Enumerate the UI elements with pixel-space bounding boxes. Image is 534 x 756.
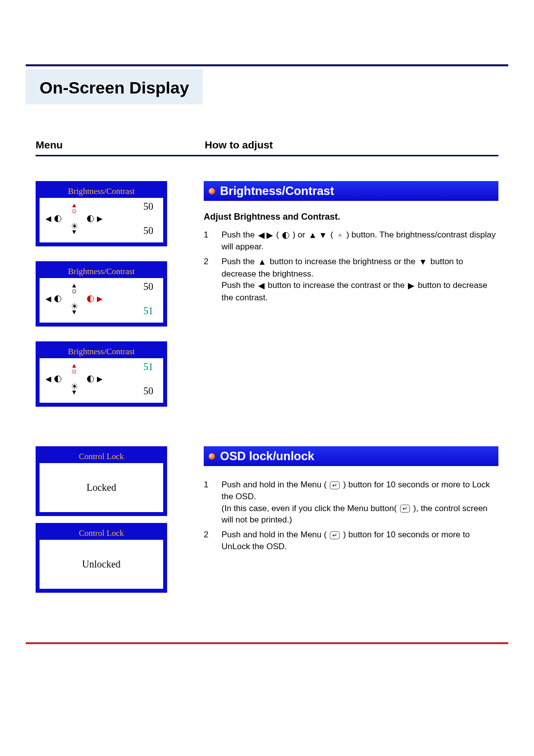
triangle-right-icon: ▶	[267, 230, 273, 241]
osd-panel-title: Brightness/Contrast	[40, 185, 163, 198]
step-num: 2	[204, 256, 213, 303]
col-menu-label: Menu	[36, 139, 204, 151]
top-rule	[26, 64, 508, 66]
lock-steps: 1 Push and hold in the Menu ( ↵ ) button…	[204, 479, 498, 553]
triangle-left-icon: ◀	[45, 376, 51, 383]
sun-icon: ☼	[70, 288, 78, 294]
triangle-left-icon: ◀	[258, 280, 265, 292]
title-block: On-Screen Display	[26, 69, 508, 104]
osd-value-top: 51	[143, 361, 153, 373]
lock-panel-title: Control Lock	[40, 450, 163, 463]
osd-value-top: 50	[143, 281, 153, 292]
step-text: Push the ▲ button to increase the bright…	[222, 256, 498, 303]
osd-panel-title: Brightness/Contrast	[40, 345, 163, 358]
osd-value-bottom: 50	[143, 385, 153, 397]
lock-panel-title: Control Lock	[40, 527, 163, 540]
lock-panel-state: Locked	[40, 463, 163, 512]
bottom-rule	[26, 642, 508, 644]
lock-panel: Control Lock Locked	[36, 446, 167, 516]
contrast-icon	[87, 376, 94, 382]
bullet-icon	[209, 188, 215, 194]
osd-value-top: 50	[143, 201, 153, 212]
section-heading-text: OSD lock/unlock	[220, 449, 314, 463]
step-text: Push the ◀▶ ( ) or ▲▼ ( ☀ ) button. The …	[222, 229, 498, 253]
lock-panel: Control Lock Unlocked	[36, 523, 167, 593]
contrast-icon	[54, 376, 61, 382]
osd-value-bottom: 51	[143, 305, 153, 317]
osd-panel-title: Brightness/Contrast	[40, 265, 163, 278]
triangle-up-icon: ▲	[309, 230, 317, 241]
step-text: Push and hold in the Menu ( ↵ ) button f…	[222, 529, 498, 553]
triangle-right-icon: ▶	[408, 280, 414, 292]
bullet-icon	[209, 453, 215, 460]
section-heading-osd-lock: OSD lock/unlock	[204, 446, 498, 466]
step-num: 1	[204, 229, 213, 253]
step-num: 1	[204, 479, 213, 526]
triangle-left-icon: ◀	[45, 215, 51, 223]
osd-panel: Brightness/Contrast ▲☼ ◀▶ ☀▼ 50 51	[36, 261, 167, 327]
triangle-down-icon: ▼	[419, 256, 427, 268]
contrast-icon	[54, 215, 61, 222]
menu-icon: ↵	[400, 505, 410, 513]
column-headers: Menu How to adjust	[36, 139, 498, 156]
triangle-right-icon: ▶	[97, 215, 103, 223]
sun-icon: ☀	[337, 230, 343, 240]
sun-icon: ☼	[70, 208, 78, 214]
page-title: On-Screen Display	[26, 69, 203, 104]
triangle-up-icon: ▲	[258, 256, 267, 268]
col-how-label: How to adjust	[204, 139, 498, 151]
osd-previews: Brightness/Contrast ▲☼ ◀▶ ☀▼ 50 50 Brigh…	[36, 181, 204, 407]
osd-panel: Brightness/Contrast ▲☼ ◀▶ ☀▼ 51 50	[36, 341, 167, 407]
step-num: 2	[204, 529, 213, 553]
triangle-left-icon: ◀	[258, 230, 265, 241]
osd-value-bottom: 50	[143, 225, 153, 236]
triangle-right-icon: ▶	[97, 376, 103, 383]
triangle-left-icon: ◀	[45, 295, 51, 303]
lock-panel-state: Unlocked	[40, 540, 163, 589]
menu-icon: ↵	[330, 481, 340, 489]
sun-icon: ☼	[70, 368, 78, 375]
step-text: Push and hold in the Menu ( ↵ ) button f…	[222, 479, 498, 526]
section-subheading: Adjust Brightness and Contrast.	[204, 212, 498, 222]
lock-previews: Control Lock Locked Control Lock Unlocke…	[36, 446, 204, 593]
triangle-right-icon: ▶	[97, 295, 103, 303]
section-heading-text: Brightness/Contrast	[220, 184, 334, 198]
contrast-icon	[282, 232, 289, 239]
contrast-icon	[87, 295, 94, 302]
contrast-icon	[87, 215, 94, 222]
triangle-down-icon: ▼	[319, 230, 327, 241]
contrast-icon	[54, 295, 61, 302]
menu-icon: ↵	[330, 531, 340, 539]
brightness-steps: 1 Push the ◀▶ ( ) or ▲▼ ( ☀ ) button. Th…	[204, 229, 498, 304]
osd-panel: Brightness/Contrast ▲☼ ◀▶ ☀▼ 50 50	[36, 181, 167, 246]
section-heading-brightness: Brightness/Contrast	[204, 181, 498, 201]
